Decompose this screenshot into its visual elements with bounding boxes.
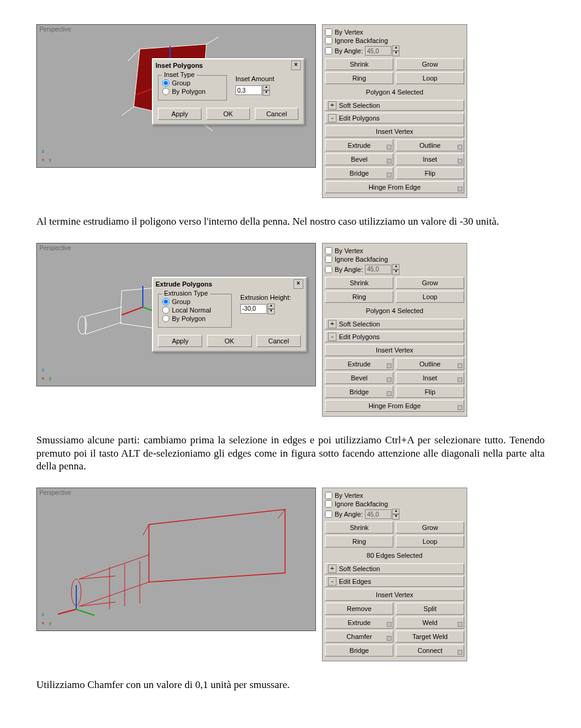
settings-icon[interactable]: [458, 159, 462, 164]
by-vertex-checkbox[interactable]: By Vertex: [325, 492, 464, 499]
ignore-backfacing-checkbox[interactable]: Ignore Backfacing: [325, 256, 464, 263]
ok-button[interactable]: OK: [206, 108, 250, 120]
settings-icon[interactable]: [458, 622, 462, 627]
settings-icon[interactable]: [458, 187, 462, 191]
loop-button[interactable]: Loop: [396, 291, 464, 303]
settings-icon[interactable]: [387, 622, 392, 627]
viewport-label: Perspective: [39, 26, 71, 33]
apply-button[interactable]: Apply: [158, 335, 202, 347]
flip-button[interactable]: Flip: [396, 167, 464, 179]
close-icon[interactable]: ×: [294, 279, 303, 289]
ignore-backfacing-checkbox[interactable]: Ignore Backfacing: [325, 37, 464, 44]
edit-polygons-rollout[interactable]: -Edit Polygons: [325, 113, 464, 124]
ignore-backfacing-checkbox[interactable]: Ignore Backfacing: [325, 500, 464, 508]
selection-status: 80 Edges Selected: [325, 549, 464, 561]
by-vertex-checkbox[interactable]: By Vertex: [325, 28, 464, 36]
settings-icon[interactable]: [458, 405, 462, 410]
insert-vertex-button[interactable]: Insert Vertex: [325, 125, 464, 137]
inset-type-bypoly-radio[interactable]: By Polygon: [162, 88, 223, 95]
grow-button[interactable]: Grow: [396, 521, 464, 534]
svg-line-19: [278, 509, 285, 518]
ring-button[interactable]: Ring: [325, 291, 393, 303]
svg-line-1: [128, 49, 140, 61]
chamfer-button[interactable]: Chamfer: [325, 630, 393, 643]
extrude-polygons-dialog: Extrude Polygons × Extrusion Type Group …: [152, 277, 307, 352]
soft-selection-rollout[interactable]: +Soft Selection: [325, 563, 464, 574]
split-button[interactable]: Split: [396, 603, 464, 615]
viewport-perspective-3: Perspective default zyx: [36, 488, 316, 631]
extrude-button[interactable]: Extrude: [325, 139, 393, 151]
settings-icon[interactable]: [387, 363, 392, 368]
outline-button[interactable]: Outline: [396, 139, 464, 151]
shrink-button[interactable]: Shrink: [325, 58, 393, 70]
inset-polygons-dialog: Inset Polygons × Inset Type Group By Pol…: [152, 58, 304, 125]
weld-button[interactable]: Weld: [396, 617, 464, 629]
loop-button[interactable]: Loop: [396, 535, 464, 548]
by-angle-checkbox[interactable]: By Angle: ▲▼: [325, 45, 464, 56]
ext-type-bypoly-radio[interactable]: By Polygon: [162, 315, 228, 322]
inset-button[interactable]: Inset: [396, 372, 464, 384]
settings-icon[interactable]: [458, 145, 462, 150]
bridge-button[interactable]: Bridge: [325, 644, 393, 657]
cancel-button[interactable]: Cancel: [255, 108, 298, 120]
inset-amount-label: Inset Amount: [235, 75, 274, 82]
ring-button[interactable]: Ring: [325, 535, 393, 548]
extrude-button[interactable]: Extrude: [325, 617, 393, 629]
soft-selection-rollout[interactable]: +Soft Selection: [325, 100, 464, 111]
edit-edges-rollout[interactable]: -Edit Edges: [325, 576, 464, 587]
settings-icon[interactable]: [387, 159, 392, 164]
settings-icon[interactable]: [458, 650, 462, 655]
shrink-button[interactable]: Shrink: [325, 521, 393, 534]
settings-icon[interactable]: [387, 636, 392, 641]
settings-icon[interactable]: [458, 377, 462, 382]
paragraph-3: Utilizziamo Chamfer con un valore di 0,1…: [36, 678, 545, 692]
svg-line-23: [79, 576, 116, 579]
shrink-button[interactable]: Shrink: [325, 277, 393, 289]
close-icon[interactable]: ×: [291, 61, 301, 70]
flip-button[interactable]: Flip: [396, 386, 464, 398]
paragraph-1: Al termine estrudiamo il poligono verso …: [36, 215, 545, 228]
bridge-button[interactable]: Bridge: [325, 167, 393, 179]
settings-icon[interactable]: [458, 363, 462, 368]
ring-button[interactable]: Ring: [325, 72, 393, 84]
settings-icon[interactable]: [387, 391, 392, 396]
loop-button[interactable]: Loop: [396, 72, 464, 84]
insert-vertex-button[interactable]: Insert Vertex: [325, 589, 464, 601]
target-weld-button[interactable]: Target Weld: [396, 630, 464, 643]
ext-type-group-radio[interactable]: Group: [162, 298, 228, 305]
ok-button[interactable]: OK: [207, 335, 251, 347]
connect-button[interactable]: Connect: [396, 644, 464, 657]
inset-amount-spinner[interactable]: ▲▼: [235, 85, 270, 96]
bridge-button[interactable]: Bridge: [325, 386, 393, 398]
hinge-button[interactable]: Hinge From Edge: [325, 400, 464, 412]
hinge-button[interactable]: Hinge From Edge: [325, 181, 464, 193]
outline-button[interactable]: Outline: [396, 358, 464, 370]
grow-button[interactable]: Grow: [396, 277, 464, 289]
figure-3: Perspective default zyx By Vertex Ignore…: [36, 488, 545, 661]
by-vertex-checkbox[interactable]: By Vertex: [325, 247, 464, 254]
settings-icon[interactable]: [387, 145, 392, 150]
ext-type-localnormal-radio[interactable]: Local Normal: [162, 306, 228, 314]
apply-button[interactable]: Apply: [158, 108, 202, 120]
selection-status: Polygon 4 Selected: [325, 305, 464, 317]
inset-button[interactable]: Inset: [396, 153, 464, 165]
cancel-button[interactable]: Cancel: [257, 335, 301, 347]
inset-type-legend: Inset Type: [162, 71, 197, 78]
insert-vertex-button[interactable]: Insert Vertex: [325, 344, 464, 356]
settings-icon[interactable]: [387, 377, 392, 382]
svg-line-29: [58, 609, 76, 614]
grow-button[interactable]: Grow: [396, 58, 464, 70]
edit-polygons-rollout[interactable]: -Edit Polygons: [325, 331, 464, 342]
extrude-button[interactable]: Extrude: [325, 358, 393, 370]
svg-line-21: [79, 582, 149, 606]
inset-type-group-radio[interactable]: Group: [162, 79, 223, 87]
extrusion-height-spinner[interactable]: ▲▼: [240, 303, 275, 314]
by-angle-checkbox[interactable]: By Angle: ▲▼: [325, 264, 464, 275]
bevel-button[interactable]: Bevel: [325, 372, 393, 384]
settings-icon[interactable]: [387, 173, 392, 177]
by-angle-checkbox[interactable]: By Angle: ▲▼: [325, 509, 464, 520]
soft-selection-rollout[interactable]: +Soft Selection: [325, 319, 464, 329]
bevel-button[interactable]: Bevel: [325, 153, 393, 165]
svg-line-10: [85, 307, 122, 316]
remove-button[interactable]: Remove: [325, 603, 393, 615]
